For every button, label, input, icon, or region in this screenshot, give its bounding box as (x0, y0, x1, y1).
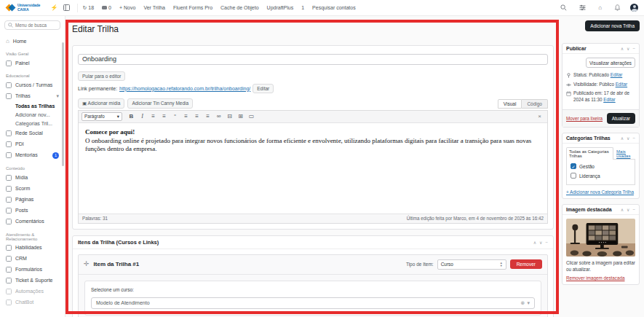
clear-selection-icon[interactable]: ⊗ (521, 300, 525, 306)
sidebar-item-habilidades[interactable]: Habilidades (0, 243, 65, 254)
tab-visual[interactable]: Visual (498, 99, 522, 109)
move-up-icon[interactable]: ∧ (621, 46, 624, 51)
edit-visibility-link[interactable]: Editar (616, 82, 627, 87)
sidebar-item-ticket-suporte[interactable]: Ticket & Suporte (0, 275, 65, 286)
move-down-icon[interactable]: ∨ (539, 240, 542, 245)
remove-featured-image-link[interactable]: Remover imagem destacada (566, 275, 625, 281)
insert-link-button[interactable]: ∞ (214, 112, 223, 121)
settings-sliders-icon[interactable] (579, 4, 586, 11)
sidebar-item-cursos-turmas[interactable]: Cursos / Turmas (0, 79, 65, 90)
forms-icon (6, 267, 12, 273)
more-tag-button[interactable]: ⊟ (225, 112, 234, 121)
preview-changes-button[interactable]: Visualizar alterações (586, 58, 635, 68)
post-title-input[interactable] (78, 54, 548, 65)
sidebar-scrollbar[interactable] (62, 42, 65, 166)
numbered-list-button[interactable]: ≡ (159, 112, 169, 121)
tipo-item-select[interactable]: Curso ▲▼ (437, 259, 506, 270)
toggle-panel-icon[interactable]: − (632, 46, 635, 51)
lightning-icon[interactable]: ⚡ (50, 4, 57, 11)
tab-most-used[interactable]: Mais usadas (616, 148, 635, 160)
update-button[interactable]: Atualizar (607, 113, 635, 124)
toggle-panel-icon[interactable]: − (632, 136, 635, 141)
toolbar-toggle-button[interactable]: × (535, 112, 544, 121)
table-button[interactable]: ⊞ (236, 112, 245, 121)
move-up-icon[interactable]: ∧ (621, 136, 624, 141)
sidebar-search[interactable] (4, 20, 60, 30)
sidebar-subitem-categorias-trilha[interactable]: Categorias Tril... (0, 119, 65, 128)
tab-codigo[interactable]: Código (522, 99, 548, 109)
toggle-panel-icon[interactable]: − (545, 240, 548, 245)
move-to-trash-link[interactable]: Mover para lixeira (566, 116, 603, 121)
fluent-forms-menu-item[interactable]: Fluent Forms Pro (173, 5, 212, 10)
updraft-count[interactable]: 1 (301, 5, 304, 10)
editor-status-bar: Palavras: 31 Última edição feita por Mar… (79, 214, 547, 223)
add-tin-canny-button[interactable]: Adicionar Tin Canny Media (127, 98, 193, 109)
checkbox-unchecked-icon[interactable] (571, 173, 576, 179)
category-option-lideranca[interactable]: Liderança (571, 173, 631, 179)
blockquote-button[interactable]: “ (170, 112, 180, 121)
bold-button[interactable]: B (127, 112, 136, 121)
align-left-button[interactable]: ≡ (181, 112, 191, 121)
sidebar-item-home[interactable]: ⌂ Home (0, 36, 65, 47)
sidebar-item-painel[interactable]: Painel (0, 58, 65, 69)
bell-icon[interactable] (614, 4, 621, 11)
sidebar-item-comentarios[interactable]: Comentários (0, 216, 65, 227)
sidebar-item-paginas[interactable]: Páginas (0, 194, 65, 205)
comments-menu-item[interactable]: 0 (102, 5, 111, 10)
toggle-panel-icon[interactable]: − (632, 207, 635, 212)
add-new-trilha-button[interactable]: Adicionar nova Trilha (585, 20, 640, 31)
sidebar-item-scorm[interactable]: Scorm (0, 183, 65, 194)
sidebar-item-mentorias[interactable]: Mentorias 1 (0, 149, 65, 161)
permalink-edit-button[interactable]: Editar (253, 84, 274, 93)
checkbox-checked-icon[interactable]: ✓ (571, 163, 576, 169)
new-menu-item[interactable]: + Novo (119, 5, 135, 10)
sidebar-item-trilhas[interactable]: Trilhas ▾ (0, 90, 65, 101)
skip-to-editor-button[interactable]: Pular para o editor (78, 71, 125, 81)
drag-handle-icon[interactable]: ✛ (84, 261, 90, 267)
category-checklist: ✓ Gestão Liderança (566, 159, 635, 185)
user-avatar[interactable] (630, 4, 638, 12)
move-up-icon[interactable]: ∧ (533, 240, 536, 245)
sidebar-subitem-todas-trilhas[interactable]: Todas as Trilhas (0, 101, 65, 110)
add-new-category-link[interactable]: + Adicionar nova Categoria Trilha (566, 189, 635, 195)
move-up-icon[interactable]: ∧ (621, 207, 624, 212)
sidebar-item-chatbot[interactable]: ChatBot (0, 297, 65, 308)
bullet-list-button[interactable]: ≡ (148, 112, 158, 121)
sidebar-item-midia[interactable]: Mídia (0, 172, 65, 183)
align-right-button[interactable]: ≡ (203, 112, 212, 121)
editor-content-area[interactable]: Comece por aqui! O onboarding online é p… (79, 123, 547, 214)
move-down-icon[interactable]: ∨ (627, 207, 629, 212)
move-down-icon[interactable]: ∨ (627, 136, 629, 141)
category-option-gestao[interactable]: ✓ Gestão (571, 163, 631, 169)
align-center-button[interactable]: ≡ (192, 112, 202, 121)
add-media-button[interactable]: ▣ Adicionar mídia (78, 98, 124, 109)
updraftplus-menu-item[interactable]: UpdraftPlus (267, 5, 294, 10)
edit-published-date-link[interactable]: Editar (603, 97, 615, 102)
sidebar-subitem-adicionar-nova[interactable]: Adicionar nov... (0, 110, 65, 119)
tab-all-categories[interactable]: Todas as Categorias Trilhas (566, 147, 613, 160)
object-cache-menu-item[interactable]: Cache de Objeto (220, 5, 259, 10)
sidebar-item-crm[interactable]: CRM (0, 254, 65, 265)
course-select[interactable]: Modelo de Atendimento ⊗ ▾ (91, 297, 535, 309)
italic-button[interactable]: I (138, 112, 147, 121)
sidebar-item-rede-social[interactable]: Rede Social (0, 128, 65, 138)
sidebar-item-automacoes[interactable]: Automações (0, 286, 65, 297)
fullscreen-button[interactable]: ▭ (247, 112, 256, 121)
sidebar-item-formularios[interactable]: Formulários (0, 265, 65, 275)
edit-status-link[interactable]: Editar (611, 72, 622, 77)
home-icon[interactable]: ⌂ (598, 4, 602, 11)
search-contacts-menu-item[interactable]: Pesquisar contatos (312, 5, 356, 10)
featured-image[interactable] (566, 219, 635, 257)
sidebar-item-posts[interactable]: Posts (0, 205, 65, 216)
panel-toggle-icon[interactable] (63, 4, 70, 11)
view-trilha-menu-item[interactable]: Ver Trilha (143, 5, 165, 10)
site-logo[interactable]: UniversidadeCAIXA (6, 3, 40, 12)
sidebar-search-input[interactable] (15, 23, 56, 28)
permalink-url[interactable]: https://homologacao.refatorando.com.br/t… (119, 86, 250, 91)
move-down-icon[interactable]: ∨ (627, 46, 629, 51)
updates-menu-item[interactable]: ↻ 18 (82, 5, 94, 11)
sidebar-item-pdi[interactable]: PDI (0, 138, 65, 149)
paragraph-format-select[interactable]: Parágrafo ▾ (82, 112, 122, 121)
remove-item-button[interactable]: Remover (510, 259, 542, 269)
search-icon[interactable] (560, 4, 567, 11)
